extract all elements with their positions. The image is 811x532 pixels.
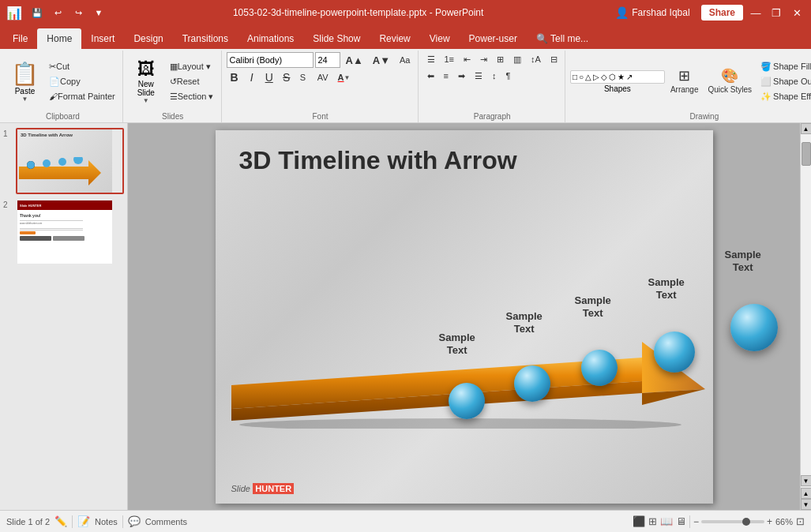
cut-icon: ✂: [49, 62, 56, 72]
fit-slide-button[interactable]: ⊡: [796, 515, 805, 527]
tab-slideshow[interactable]: Slide Show: [303, 28, 370, 49]
numbering-button[interactable]: 1≡: [441, 52, 459, 66]
line-spacing-button[interactable]: ↕: [488, 69, 501, 83]
normal-view-icon[interactable]: ⬛: [633, 515, 645, 527]
scroll-down-button[interactable]: ▼: [801, 475, 812, 486]
notes-icon[interactable]: 📝: [77, 515, 90, 527]
notes-label[interactable]: Notes: [95, 517, 118, 526]
reading-view-icon[interactable]: 📖: [660, 515, 673, 527]
tab-file[interactable]: File: [3, 28, 37, 49]
tab-review[interactable]: Review: [370, 28, 419, 49]
tab-tell-me[interactable]: 🔍 Tell me...: [527, 28, 598, 49]
vertical-scrollbar[interactable]: ▲ ▼ ▲ ▼: [800, 123, 811, 510]
tab-design[interactable]: Design: [124, 28, 172, 49]
slide-info-icon[interactable]: ✏️: [54, 515, 67, 527]
align-text-button[interactable]: ⊟: [546, 52, 561, 66]
comments-label[interactable]: Comments: [145, 517, 187, 526]
decrease-font-button[interactable]: A▼: [369, 53, 394, 67]
decrease-indent-button[interactable]: ⇤: [460, 52, 475, 66]
strikethrough-button[interactable]: S: [279, 70, 295, 84]
smart-art-convert-button[interactable]: ⊞: [493, 52, 508, 66]
svg-point-4: [58, 158, 66, 166]
font-size-input[interactable]: 24: [315, 52, 340, 68]
text-direction-button[interactable]: ↕A: [527, 52, 545, 66]
close-button[interactable]: ✕: [789, 5, 805, 21]
bullets-button[interactable]: ☰: [423, 52, 439, 66]
slide-thumb-container-1[interactable]: 3D Timeline with Arrow: [16, 128, 124, 194]
window-title: 1053-02-3d-timeline-powerpoint-template.…: [107, 7, 609, 18]
watermark-hunter: HUNTER: [253, 483, 294, 494]
font-color-button[interactable]: A ▼: [334, 70, 355, 84]
zoom-percent: 66%: [775, 517, 793, 526]
tab-power-user[interactable]: Power-user: [460, 28, 527, 49]
increase-indent-button[interactable]: ⇥: [476, 52, 491, 66]
undo-button[interactable]: ↩: [49, 4, 66, 21]
scroll-up-button[interactable]: ▲: [801, 123, 812, 134]
arrange-button[interactable]: ⊞ Arrange: [666, 58, 703, 105]
cut-button[interactable]: ✂ Cut: [45, 59, 119, 73]
share-button[interactable]: Share: [701, 5, 743, 21]
shape-fill-button[interactable]: 🪣 Shape Fill ▾: [757, 59, 811, 73]
shape-effects-button[interactable]: ✨ Shape Effects ▾: [757, 89, 811, 103]
bold-button[interactable]: B: [227, 70, 242, 84]
paste-button[interactable]: 📋 Paste ▼: [6, 58, 43, 105]
font-color-dropdown: ▼: [344, 74, 351, 81]
restore-button[interactable]: ❐: [768, 5, 784, 21]
slides-group: 🖼 NewSlide ▼ ▦ Layout ▾ ↺ Reset ☰ Sectio…: [125, 51, 222, 122]
zoom-slider-thumb[interactable]: [742, 518, 750, 526]
columns-button[interactable]: ▥: [509, 52, 525, 66]
customize-qat-button[interactable]: ▼: [90, 4, 107, 21]
slide-thumbnail-2[interactable]: 2 Slide HUNTER Thank you! www.slidehunte…: [3, 199, 124, 265]
slide-thumbnail-1[interactable]: 1 3D Timeline with Arrow: [3, 128, 124, 194]
copy-button[interactable]: 📄 Copy: [45, 74, 119, 88]
font-name-input[interactable]: Calibri (Body): [227, 52, 314, 68]
increase-font-button[interactable]: A▲: [342, 53, 367, 67]
align-left-button[interactable]: ⬅: [423, 69, 438, 83]
zoom-in-icon[interactable]: +: [767, 516, 772, 527]
tab-view[interactable]: View: [420, 28, 460, 49]
underline-button[interactable]: U: [261, 70, 277, 84]
reset-icon: ↺: [170, 77, 177, 87]
format-painter-button[interactable]: 🖌 Format Painter: [45, 89, 119, 103]
shadow-button[interactable]: S: [296, 70, 312, 84]
reset-button[interactable]: ↺ Reset: [166, 74, 218, 88]
slide-canvas[interactable]: 3D Timeline with Arrow: [216, 130, 713, 504]
slide-thumb-image-1: 3D Timeline with Arrow: [17, 129, 112, 193]
shape-outline-button[interactable]: ⬜ Shape Outline ▾: [757, 74, 811, 88]
italic-button[interactable]: I: [244, 70, 260, 84]
tab-transitions[interactable]: Transitions: [173, 28, 238, 49]
section-button[interactable]: ☰ Section ▾: [166, 89, 218, 103]
layout-button[interactable]: ▦ Layout ▾: [166, 59, 218, 73]
slides-group-label: Slides: [162, 111, 183, 121]
tab-animations[interactable]: Animations: [238, 28, 303, 49]
clear-format-button[interactable]: Aa: [396, 53, 414, 67]
zoom-in-scroll-button[interactable]: ▲: [801, 488, 812, 499]
comments-icon[interactable]: 💬: [128, 515, 141, 527]
minimize-button[interactable]: —: [748, 5, 764, 21]
zoom-out-scroll-button[interactable]: ▼: [801, 499, 812, 510]
justify-button[interactable]: ☰: [471, 69, 486, 83]
user-icon: 👤: [615, 6, 629, 19]
shapes-button[interactable]: □○△▷ ◇⬡★↗ Shapes: [570, 70, 665, 93]
user-area[interactable]: 👤 Farshad Iqbal: [609, 5, 696, 21]
slide-sorter-icon[interactable]: ⊞: [648, 515, 657, 527]
tab-insert[interactable]: Insert: [81, 28, 124, 49]
redo-button[interactable]: ↪: [69, 4, 87, 21]
new-slide-button[interactable]: 🖼 NewSlide ▼: [128, 58, 164, 104]
save-button[interactable]: 💾: [28, 4, 46, 21]
zoom-slider[interactable]: [701, 520, 764, 523]
slide-thumb-container-2[interactable]: Slide HUNTER Thank you! www.slidehunter.…: [16, 199, 124, 265]
shapes-label: Shapes: [604, 84, 631, 93]
shape-formatting-col: 🪣 Shape Fill ▾ ⬜ Shape Outline ▾ ✨ Shape…: [757, 59, 811, 103]
presenter-view-icon[interactable]: 🖥: [676, 515, 686, 527]
para-spacing-button[interactable]: ¶: [501, 69, 514, 83]
scroll-thumb[interactable]: [802, 142, 811, 166]
align-center-button[interactable]: ≡: [440, 69, 452, 83]
character-spacing-button[interactable]: AV: [314, 70, 332, 84]
label-1: SampleText: [439, 332, 475, 358]
tab-home[interactable]: Home: [37, 28, 81, 49]
quick-styles-button[interactable]: 🎨 Quick Styles: [704, 58, 756, 105]
zoom-out-icon[interactable]: −: [693, 516, 699, 527]
align-right-button[interactable]: ➡: [454, 69, 469, 83]
scroll-track[interactable]: [801, 134, 812, 475]
